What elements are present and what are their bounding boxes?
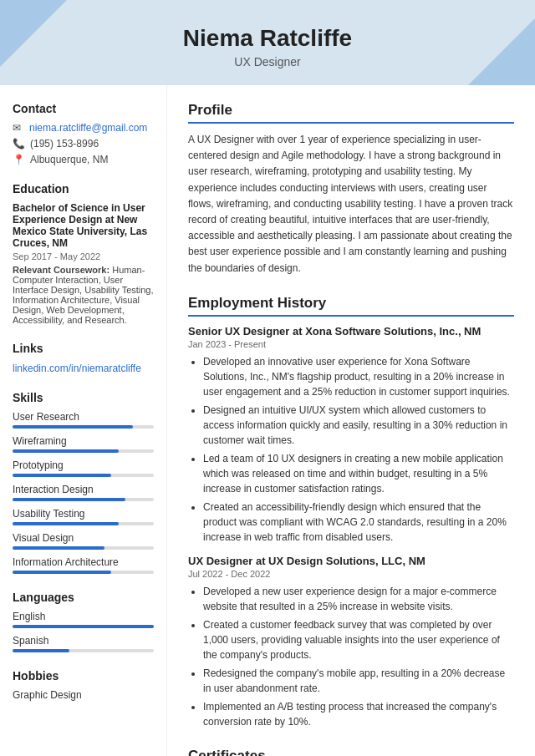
skill-label: Prototyping — [13, 459, 154, 471]
skill-item: Interaction Design — [13, 484, 154, 501]
education-section: Education Bachelor of Science in User Ex… — [13, 182, 154, 325]
resume-header: Niema Ratcliffe UX Designer — [0, 0, 535, 85]
profile-text: A UX Designer with over 1 year of experi… — [188, 132, 514, 277]
email-link[interactable]: niema.ratcliffe@gmail.com — [29, 122, 147, 134]
job-date: Jul 2022 - Dec 2022 — [188, 569, 514, 579]
language-item: English — [13, 611, 154, 628]
language-item: Spanish — [13, 635, 154, 652]
skill-item: Wireframing — [13, 435, 154, 453]
job-date: Jan 2023 - Present — [188, 339, 514, 349]
skills-list: User Research Wireframing Prototyping In… — [13, 411, 154, 574]
skill-bar-fill — [13, 474, 111, 477]
job-title: UX Designer at UX Design Solutions, LLC,… — [188, 555, 514, 567]
skill-bar-fill — [13, 449, 119, 453]
skill-bar-bg — [13, 498, 154, 501]
job-entry: Senior UX Designer at Xona Software Solu… — [188, 325, 514, 545]
job-bullet: Developed an innovative user experience … — [203, 354, 514, 399]
main-layout: Contact ✉ niema.ratcliffe@gmail.com 📞 (1… — [0, 85, 535, 756]
skill-bar-fill — [13, 425, 133, 429]
skill-item: Information Architecture — [13, 556, 154, 574]
location-item: 📍 Albuquerque, NM — [13, 154, 154, 165]
skill-bar-fill — [13, 498, 125, 501]
certificates-section: Certificates Certified Usability Analyst… — [188, 748, 514, 756]
candidate-title: UX Designer — [17, 55, 518, 68]
links-section: Links linkedin.com/in/niemaratcliffe — [13, 342, 154, 374]
hobbies-section-title: Hobbies — [13, 669, 154, 682]
location-icon: 📍 — [13, 154, 25, 165]
edu-coursework: Relevant Coursework: Human-Computer Inte… — [13, 265, 154, 325]
skill-item: Prototyping — [13, 459, 154, 477]
job-bullet: Implemented an A/B testing process that … — [203, 699, 514, 729]
profile-section: Profile A UX Designer with over 1 year o… — [188, 102, 514, 277]
skill-bar-bg — [13, 474, 154, 477]
lang-bar-bg — [13, 649, 154, 652]
sidebar: Contact ✉ niema.ratcliffe@gmail.com 📞 (1… — [0, 85, 167, 756]
candidate-name: Niema Ratcliffe — [17, 25, 518, 52]
skill-bar-bg — [13, 425, 154, 429]
email-icon: ✉ — [13, 122, 24, 134]
languages-section-title: Languages — [13, 591, 154, 604]
linkedin-link[interactable]: linkedin.com/in/niemaratcliffe — [13, 363, 141, 374]
job-bullet: Developed a new user experience design f… — [203, 584, 514, 614]
skill-label: Information Architecture — [13, 556, 154, 568]
skill-item: User Research — [13, 411, 154, 429]
links-section-title: Links — [13, 342, 154, 355]
job-bullets: Developed an innovative user experience … — [188, 354, 514, 545]
edu-dates: Sep 2017 - May 2022 — [13, 251, 154, 261]
email-item: ✉ niema.ratcliffe@gmail.com — [13, 122, 154, 134]
skill-bar-fill — [13, 571, 111, 574]
skill-bar-fill — [13, 546, 104, 550]
phone-text: (195) 153-8996 — [30, 138, 99, 150]
skills-section-title: Skills — [13, 391, 154, 404]
skill-label: Visual Design — [13, 532, 154, 544]
skill-label: Wireframing — [13, 435, 154, 447]
skill-bar-bg — [13, 522, 154, 525]
skills-section: Skills User Research Wireframing Prototy… — [13, 391, 154, 574]
skill-label: User Research — [13, 411, 154, 423]
contact-section: Contact ✉ niema.ratcliffe@gmail.com 📞 (1… — [13, 102, 154, 165]
job-bullet: Led a team of 10 UX designers in creatin… — [203, 451, 514, 496]
hobbies-section: Hobbies Graphic Design — [13, 669, 154, 701]
lang-bar-fill — [13, 625, 154, 628]
lang-label: Spanish — [13, 635, 154, 647]
skill-item: Visual Design — [13, 532, 154, 550]
profile-title: Profile — [188, 102, 514, 124]
main-content: Profile A UX Designer with over 1 year o… — [167, 85, 535, 756]
job-bullets: Developed a new user experience design f… — [188, 584, 514, 729]
education-section-title: Education — [13, 182, 154, 195]
edu-coursework-label: Relevant Coursework: — [13, 265, 110, 275]
certificates-title: Certificates — [188, 748, 514, 756]
skill-label: Interaction Design — [13, 484, 154, 495]
employment-section: Employment History Senior UX Designer at… — [188, 295, 514, 729]
job-bullet: Created a customer feedback survey that … — [203, 617, 514, 662]
employment-title: Employment History — [188, 295, 514, 317]
lang-label: English — [13, 611, 154, 622]
lang-bar-fill — [13, 649, 69, 652]
skill-bar-fill — [13, 522, 119, 525]
languages-section: Languages English Spanish — [13, 591, 154, 652]
skill-item: Usability Testing — [13, 508, 154, 525]
languages-list: English Spanish — [13, 611, 154, 652]
hobbies-text: Graphic Design — [13, 689, 154, 701]
skill-bar-bg — [13, 449, 154, 453]
job-bullet: Designed an intuitive UI/UX system which… — [203, 403, 514, 448]
job-bullet: Redesigned the company's mobile app, res… — [203, 666, 514, 696]
phone-item: 📞 (195) 153-8996 — [13, 138, 154, 150]
location-text: Albuquerque, NM — [30, 154, 108, 165]
skill-label: Usability Testing — [13, 508, 154, 520]
jobs-list: Senior UX Designer at Xona Software Solu… — [188, 325, 514, 729]
job-entry: UX Designer at UX Design Solutions, LLC,… — [188, 555, 514, 729]
lang-bar-bg — [13, 625, 154, 628]
phone-icon: 📞 — [13, 138, 25, 150]
job-title: Senior UX Designer at Xona Software Solu… — [188, 325, 514, 337]
edu-degree: Bachelor of Science in User Experience D… — [13, 202, 154, 249]
contact-section-title: Contact — [13, 102, 154, 115]
skill-bar-bg — [13, 546, 154, 550]
job-bullet: Created an accessibility-friendly design… — [203, 500, 514, 545]
skill-bar-bg — [13, 571, 154, 574]
